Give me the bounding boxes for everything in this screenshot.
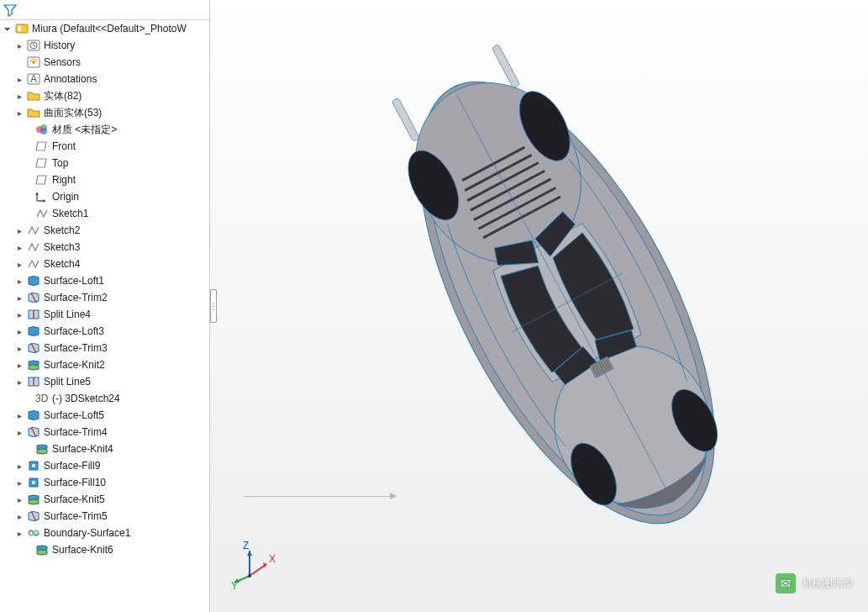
tree-item-surface-trim2[interactable]: ▸Surface-Trim2 — [0, 289, 209, 306]
3dsketch-icon: 3D — [35, 392, 49, 405]
expand-arrow-icon[interactable]: ▸ — [15, 277, 24, 286]
split-line-icon — [27, 308, 40, 321]
tree-item-label: Top — [52, 157, 68, 169]
surface-knit-icon — [35, 442, 49, 456]
svg-marker-12 — [43, 199, 45, 203]
expand-arrow-icon[interactable]: ▸ — [15, 243, 24, 252]
expand-arrow-icon[interactable]: ▸ — [15, 411, 24, 420]
expand-arrow-icon[interactable]: ▸ — [15, 75, 24, 84]
tree-item-label: Surface-Loft5 — [44, 409, 104, 421]
origin-icon — [35, 190, 49, 203]
tree-item-right[interactable]: ▸Right — [0, 171, 209, 188]
feature-tree-panel[interactable]: ⏷ Miura (Default<<Default>_PhotoW ▸Histo… — [0, 0, 210, 612]
tree-item-front[interactable]: ▸Front — [0, 138, 209, 155]
tree-body: ▸History▸Sensors▸AAnnotations▸实体(82)▸曲面实… — [0, 37, 209, 558]
svg-rect-36 — [492, 44, 520, 88]
tree-item-surface-fill10[interactable]: ▸Surface-Fill10 — [0, 474, 209, 491]
tree-item-split-line5[interactable]: ▸Split Line5 — [0, 373, 209, 390]
svg-text:A: A — [30, 73, 37, 85]
tree-item-surface-fill9[interactable]: ▸Surface-Fill9 — [0, 457, 209, 474]
expand-arrow-icon[interactable]: ▸ — [15, 495, 24, 504]
expand-arrow-icon[interactable]: ▸ — [15, 327, 24, 336]
tree-item-label: Sketch2 — [44, 224, 80, 236]
tree-item-sketch1[interactable]: ▸Sketch1 — [0, 205, 209, 222]
expand-arrow-icon[interactable]: ▸ — [15, 92, 24, 101]
plane-icon — [35, 140, 49, 153]
expand-arrow-icon[interactable]: ▸ — [15, 310, 24, 319]
tree-item-top[interactable]: ▸Top — [0, 155, 209, 171]
filter-bar[interactable] — [0, 0, 209, 20]
panel-splitter[interactable] — [210, 289, 217, 323]
chevron-down-icon: ⏷ — [3, 24, 12, 34]
tree-item-surface-trim5[interactable]: ▸Surface-Trim5 — [0, 508, 209, 525]
svg-text:3D: 3D — [35, 393, 49, 404]
expand-arrow-icon[interactable]: ▸ — [15, 293, 24, 303]
tree-item-label: Surface-Trim2 — [44, 292, 108, 303]
surface-fill-icon — [27, 476, 40, 489]
tree-item-origin[interactable]: ▸Origin — [0, 188, 209, 205]
model-car[interactable] — [252, 0, 868, 612]
expand-arrow-icon[interactable]: ▸ — [15, 462, 24, 471]
expand-arrow-icon[interactable]: ▸ — [15, 428, 24, 437]
tree-item-surface-loft1[interactable]: ▸Surface-Loft1 — [0, 272, 209, 289]
folder-icon — [27, 106, 40, 119]
tree-item--53-[interactable]: ▸曲面实体(53) — [0, 104, 209, 121]
tree-item-sketch2[interactable]: ▸Sketch2 — [0, 222, 209, 239]
tree-item-surface-trim4[interactable]: ▸Surface-Trim4 — [0, 424, 209, 441]
tree-item-surface-trim3[interactable]: ▸Surface-Trim3 — [0, 340, 209, 356]
history-icon — [27, 39, 40, 52]
tree-item-surface-knit4[interactable]: ▸Surface-Knit4 — [0, 441, 209, 457]
root-node[interactable]: ⏷ Miura (Default<<Default>_PhotoW — [0, 20, 209, 37]
tree-item-label: Surface-Knit4 — [52, 443, 113, 455]
surface-knit-icon — [35, 543, 49, 557]
surface-loft-icon — [27, 324, 40, 338]
tree-item-label: Surface-Knit2 — [44, 359, 105, 371]
tree-item-label: Right — [52, 174, 76, 186]
expand-arrow-icon[interactable]: ▸ — [15, 108, 24, 118]
expand-arrow-icon[interactable]: ▸ — [15, 478, 24, 488]
tree-item-sketch3[interactable]: ▸Sketch3 — [0, 239, 209, 256]
tree-item-label: Surface-Loft1 — [44, 275, 104, 287]
tree-item-label: 曲面实体(53) — [44, 106, 102, 120]
tree-item-annotations[interactable]: ▸AAnnotations — [0, 71, 209, 87]
svg-point-5 — [32, 61, 35, 64]
plane-icon — [35, 156, 49, 170]
tree-item-label: Sketch1 — [52, 208, 88, 219]
tree-item-label: Surface-Knit6 — [52, 544, 113, 556]
svg-point-19 — [32, 481, 35, 484]
expand-arrow-icon[interactable]: ▸ — [15, 226, 24, 235]
expand-arrow-icon[interactable]: ▸ — [15, 529, 24, 538]
model-viewport[interactable]: X Y Z ✉ 机械图纸狗 — [210, 0, 868, 612]
triad-z-label: Z — [243, 541, 249, 551]
tree-item-split-line4[interactable]: ▸Split Line4 — [0, 306, 209, 323]
tree-item--82-[interactable]: ▸实体(82) — [0, 87, 209, 104]
tree-item-sensors[interactable]: ▸Sensors — [0, 54, 209, 71]
expand-arrow-icon[interactable]: ▸ — [15, 361, 24, 370]
tree-item-surface-loft3[interactable]: ▸Surface-Loft3 — [0, 323, 209, 340]
view-triad[interactable]: X Y Z — [231, 541, 281, 591]
tree-item-surface-loft5[interactable]: ▸Surface-Loft5 — [0, 407, 209, 424]
expand-arrow-icon[interactable]: ▸ — [15, 512, 24, 521]
tree-item--[interactable]: ▸材质 <未指定> — [0, 121, 209, 138]
expand-arrow-icon[interactable]: ▸ — [15, 377, 24, 387]
sensors-icon — [27, 55, 40, 69]
tree-item-label: History — [44, 40, 75, 51]
expand-arrow-icon[interactable]: ▸ — [15, 41, 24, 50]
tree-item--3dsketch24[interactable]: ▸3D(-) 3DSketch24 — [0, 390, 209, 407]
tree-item-label: (-) 3DSketch24 — [52, 393, 120, 404]
tree-item-history[interactable]: ▸History — [0, 37, 209, 54]
expand-arrow-icon[interactable]: ▸ — [15, 260, 24, 269]
tree-item-surface-knit2[interactable]: ▸Surface-Knit2 — [0, 356, 209, 373]
expand-arrow-icon[interactable]: ▸ — [15, 344, 24, 353]
tree-item-sketch4[interactable]: ▸Sketch4 — [0, 256, 209, 272]
tree-item-surface-knit5[interactable]: ▸Surface-Knit5 — [0, 491, 209, 508]
sketch-icon — [27, 224, 40, 237]
tree-item-boundary-surface1[interactable]: ▸Boundary-Surface1 — [0, 525, 209, 541]
tree-item-label: 材质 <未指定> — [52, 123, 117, 137]
tree-item-label: Surface-Trim5 — [44, 510, 108, 522]
tree-item-surface-knit6[interactable]: ▸Surface-Knit6 — [0, 541, 209, 558]
tree-item-label: Front — [52, 140, 76, 152]
sketch-icon — [35, 207, 49, 220]
ground-reference-line — [244, 496, 395, 497]
split-line-icon — [27, 375, 40, 388]
